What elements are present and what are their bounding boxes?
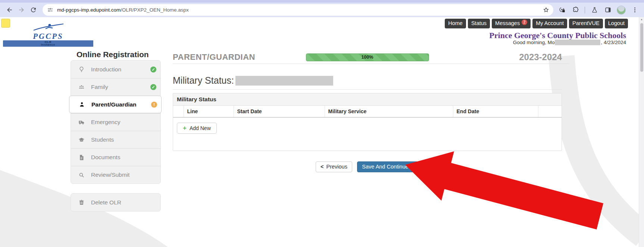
previous-label: Previous xyxy=(326,164,347,170)
military-status-heading: Military Status: xyxy=(173,75,562,90)
column-header-blank-end xyxy=(538,106,562,117)
site-settings-icon[interactable] xyxy=(47,7,53,13)
url-path: /OLR/PXP2_OEN_Home.aspx xyxy=(121,7,188,13)
nav-messages-label: Messages xyxy=(495,20,520,26)
redacted-status-value xyxy=(235,76,333,86)
nav-logout-label: Logout xyxy=(608,20,625,26)
greeting-date: , 4/23/2024 xyxy=(601,40,626,45)
sidebar-item-documents[interactable]: Documents xyxy=(71,148,160,166)
profile-avatar[interactable] xyxy=(616,4,627,16)
sidebar-item-label: Family xyxy=(91,84,108,90)
content-header: PARENT/GUARDIAN 100% 2023-2024 xyxy=(173,52,569,64)
sidebar-item-label: Delete OLR xyxy=(91,199,121,206)
url-text: md-pgcps-imp.edupoint.com/OLR/PXP2_OEN_H… xyxy=(57,7,189,13)
logo-figure-icon xyxy=(31,23,65,31)
sidebar-item-emergency[interactable]: Emergency xyxy=(71,113,160,131)
messages-count-badge: 2 xyxy=(522,19,527,25)
previous-button[interactable]: Previous xyxy=(316,161,352,172)
side-panel-icon[interactable] xyxy=(602,4,613,16)
scrollbar-up-arrow[interactable]: ▲ xyxy=(639,17,644,22)
sidebar-item-label: Parent/Guardian xyxy=(91,101,137,108)
progress-percent: 100% xyxy=(362,55,373,60)
bookmark-star-icon[interactable] xyxy=(543,6,550,13)
column-header-end-date: End Date xyxy=(453,106,538,117)
main-content: PARENT/GUARDIAN 100% 2023-2024 Military … xyxy=(173,52,569,172)
sidebar-item-family[interactable]: Family ✓ xyxy=(71,78,160,96)
document-icon xyxy=(78,154,86,161)
greeting-prefix: Good morning, Mo xyxy=(513,40,555,45)
table-body-empty: Add New xyxy=(173,118,562,151)
back-icon[interactable] xyxy=(4,4,15,16)
sidebar-menu: Introduction ✓ Family ✓ Parent/Guardian … xyxy=(71,60,161,184)
table-header-row: Line Start Date Military Service End Dat… xyxy=(173,106,562,117)
progress-bar: 100% xyxy=(306,53,429,61)
sidebar-item-label: Students xyxy=(91,136,114,143)
reload-icon[interactable] xyxy=(28,4,39,16)
privacy-lock-icon[interactable] xyxy=(556,4,568,16)
district-title: Prince George's County Public Schools xyxy=(489,31,626,40)
trash-icon xyxy=(78,199,86,206)
page-scrollbar[interactable]: ▲ xyxy=(639,17,644,247)
sidebar-item-students[interactable]: Students xyxy=(71,131,160,148)
column-header-line: Line xyxy=(184,106,234,117)
sidebar-item-parent-guardian[interactable]: Parent/Guardian ! xyxy=(69,96,162,113)
nav-my-account-button[interactable]: My Account xyxy=(532,19,567,28)
form-actions: Previous Save And Continue xyxy=(173,161,562,172)
scrollbar-thumb[interactable] xyxy=(640,23,643,72)
flask-icon[interactable] xyxy=(589,4,600,16)
nav-logout-button[interactable]: Logout xyxy=(605,19,628,28)
top-navigation: Home Status Messages2 My Account ParentV… xyxy=(445,19,628,28)
redacted-name xyxy=(555,40,600,45)
magnifier-icon xyxy=(78,172,86,178)
column-header-military-service: Military Service xyxy=(325,106,453,117)
lightbulb-icon xyxy=(78,66,86,73)
military-status-label: Military Status: xyxy=(173,75,234,86)
family-icon xyxy=(78,84,86,90)
plus-icon xyxy=(183,126,187,130)
sidebar-item-delete-olr[interactable]: Delete OLR xyxy=(71,194,160,211)
nav-parentvue-button[interactable]: ParentVUE xyxy=(569,19,603,28)
sidebar-delete-card: Delete OLR xyxy=(71,193,161,212)
panel-title: Military Status xyxy=(173,93,562,106)
sidebar-item-label: Emergency xyxy=(91,119,120,126)
sidebar-item-label: Introduction xyxy=(91,66,121,73)
nav-messages-button[interactable]: Messages2 xyxy=(492,19,531,28)
nav-status-label: Status xyxy=(471,20,487,26)
school-year: 2023-2024 xyxy=(429,52,570,62)
menu-dots-icon[interactable] xyxy=(629,4,640,16)
add-new-label: Add New xyxy=(190,125,211,131)
nav-status-button[interactable]: Status xyxy=(468,19,490,28)
logo-sub-line2: Instance xyxy=(3,43,93,46)
forward-icon[interactable] xyxy=(16,4,27,16)
browser-chrome: md-pgcps-imp.edupoint.com/OLR/PXP2_OEN_H… xyxy=(0,0,644,17)
page-body: PGCPS OLR Instance Home Status Messages2… xyxy=(0,17,644,247)
military-status-table: Line Start Date Military Service End Dat… xyxy=(173,106,562,118)
sidebar-item-label: Documents xyxy=(91,154,120,161)
add-new-button[interactable]: Add New xyxy=(177,123,217,134)
nav-home-button[interactable]: Home xyxy=(445,19,466,28)
extensions-puzzle-icon[interactable] xyxy=(570,4,581,16)
nav-parentvue-label: ParentVUE xyxy=(572,20,600,26)
greeting-line: Good morning, Mo , 4/23/2024 xyxy=(513,40,626,45)
ambulance-icon xyxy=(78,119,86,126)
sidebar-item-review-submit[interactable]: Review/Submit xyxy=(71,166,160,183)
url-domain: md-pgcps-imp.edupoint.com xyxy=(57,7,121,13)
toolbar-divider xyxy=(585,7,585,13)
save-and-continue-button[interactable]: Save And Continue xyxy=(357,161,419,172)
logo-acronym: PGCPS xyxy=(3,33,93,40)
column-header-blank xyxy=(173,106,184,117)
logo-instance-bar: OLR Instance xyxy=(3,40,93,47)
attention-badge: ! xyxy=(151,102,157,108)
pgcps-logo: PGCPS OLR Instance xyxy=(3,23,93,47)
complete-check-badge: ✓ xyxy=(150,84,156,90)
sidebar-item-introduction[interactable]: Introduction ✓ xyxy=(71,61,160,78)
sidebar-item-label: Review/Submit xyxy=(91,172,129,178)
tab-strip xyxy=(0,0,644,3)
column-header-start-date: Start Date xyxy=(234,106,325,117)
military-status-panel: Military Status Line Start Date Military… xyxy=(173,93,562,151)
url-bar[interactable]: md-pgcps-imp.edupoint.com/OLR/PXP2_OEN_H… xyxy=(43,4,553,16)
graduation-cap-icon xyxy=(78,136,86,143)
complete-check-badge: ✓ xyxy=(150,67,156,72)
page-title: PARENT/GUARDIAN xyxy=(173,52,306,62)
person-icon xyxy=(79,101,86,108)
